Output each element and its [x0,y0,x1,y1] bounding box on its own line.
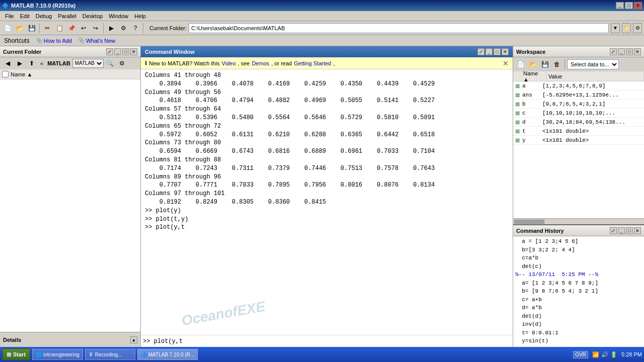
history-entry[interactable]: b=[3 3;2 2; 4 4] [515,246,642,254]
ws-row-checkbox[interactable]: ▦ [513,137,521,143]
workspace-row[interactable]: ▦ t <1x101 double> [513,127,644,136]
menu-desktop[interactable]: Desktop [79,12,106,20]
history-content[interactable]: a = [1 2 3;4 5 6] b=[3 3;2 2; 4 4] c=a*b… [513,236,644,347]
ws-delete-button[interactable]: 🗑 [551,59,562,70]
ws-save-button[interactable]: 💾 [539,59,550,70]
cmd-minimize-button[interactable]: _ [486,48,493,55]
copy-button[interactable]: 📋 [54,23,65,34]
history-undock-button[interactable]: ⤢ [610,227,617,234]
browser-icon: 🌐 [36,352,42,357]
ws-minimize-button[interactable]: _ [618,48,625,55]
history-entry[interactable]: det(d) [515,312,642,321]
help-button[interactable]: ? [130,23,141,34]
maximize-button[interactable]: □ [625,2,633,9]
ws-scrollbar-thumb[interactable] [514,220,544,224]
command-input[interactable] [154,338,511,345]
folder-settings-button[interactable]: ⚙ [633,23,642,33]
ws-undock-button[interactable]: ⤢ [610,48,617,55]
redo-button[interactable]: ↪ [90,23,101,34]
folder-options-button[interactable]: ⚙ [117,58,128,69]
history-entry[interactable]: a= [1 2 3;4 5 6 7 8 9;] [515,279,642,288]
ws-open-button[interactable]: 📂 [527,59,538,70]
ws-maximize-button[interactable]: □ [626,48,633,55]
workspace-scrollbar-h[interactable] [513,218,644,224]
taskbar-item-introengineering[interactable]: 🌐 introengineering [32,349,83,360]
cmd-maximize-button[interactable]: □ [494,48,501,55]
ws-row-checkbox[interactable]: ▦ [513,101,521,107]
file-list[interactable] [0,79,140,332]
ws-row-checkbox[interactable]: ▦ [513,83,521,88]
history-entry[interactable]: d= a*b [515,304,642,312]
how-to-add-link[interactable]: 📎 How to Add [36,37,72,44]
info-getting-started-link[interactable]: Getting Started [294,60,331,66]
menu-debug[interactable]: Debug [33,12,55,20]
ws-new-button[interactable]: 📄 [515,59,526,70]
history-entry[interactable]: b= [9 8 7;6 5 4; 3 2 1] [515,287,642,296]
menu-file[interactable]: File [2,12,17,20]
workspace-row[interactable]: ▦ c [10,10,10;10,10,10;... [513,109,644,118]
command-window-content[interactable]: Columns 41 through 48 0.3894 0.3966 0.40… [141,69,513,335]
folder-forward-button[interactable]: ▶ [14,58,25,69]
save-button[interactable]: 💾 [26,23,37,34]
folder-path-select[interactable]: MATLAB [72,59,104,68]
cmd-previous-command: >> plot(t,y) [145,215,509,224]
history-entry[interactable]: inv(d) [515,320,642,329]
folder-path-input[interactable] [189,23,609,33]
workspace-row[interactable]: ▦ y <1x101 double> [513,136,644,145]
info-video-link[interactable]: Video [222,60,236,66]
workspace-row[interactable]: ▦ ans [-5.6295e+13,1.1259e... [513,90,644,100]
taskbar-item-recording[interactable]: 🎙 Recording... [85,349,135,360]
workspace-row[interactable]: ▦ b [9,8,7;6,5,4;3,2,1] [513,100,644,109]
start-button[interactable]: ⊞ Start [2,348,30,360]
history-entry[interactable]: c= a+b [515,296,642,304]
taskbar-item-matlab[interactable]: 🔷 MATLAB 7.10.0 (R... [137,349,198,360]
select-all-checkbox[interactable] [2,71,9,77]
cmd-close-button[interactable]: ✕ [502,48,509,55]
ws-row-checkbox[interactable]: ▦ [513,92,521,98]
panel-close-button[interactable]: ✕ [130,48,137,55]
workspace-row[interactable]: ▦ d [30,24,18;84,69,54;138... [513,118,644,127]
folder-nav-button[interactable]: 📁 [622,23,631,33]
ws-row-checkbox[interactable]: ▦ [513,110,521,116]
history-entry[interactable]: t= 0:0.01:1 [515,329,642,337]
history-entry[interactable]: c=a*b [515,254,642,262]
ws-close-button[interactable]: ✕ [634,48,641,55]
info-demos-link[interactable]: Demos [252,60,269,66]
open-button[interactable]: 📂 [14,23,25,34]
cut-button[interactable]: ✂ [42,23,53,34]
panel-minimize-button[interactable]: _ [114,48,121,55]
history-entry[interactable]: y=sin(t) [515,337,642,345]
menu-window[interactable]: Window [106,12,131,20]
menu-edit[interactable]: Edit [17,12,33,20]
folder-browse-button[interactable]: ▼ [611,23,620,33]
minimize-button[interactable]: _ [616,2,624,9]
history-entry[interactable]: det(c) [515,262,642,271]
info-close-button[interactable]: ✕ [503,59,509,67]
whats-new-link[interactable]: 📎 What's New [78,37,115,44]
paste-button[interactable]: 📌 [66,23,77,34]
panel-undock-button[interactable]: ⤢ [106,48,113,55]
ws-row-checkbox[interactable]: ▦ [513,119,521,125]
debug-button[interactable]: ▶ [106,23,117,34]
panel-maximize-button[interactable]: □ [122,48,129,55]
workspace-panel: Workspace ⤢ _ □ ✕ 📄 📂 💾 🗑 Select data to… [513,46,644,224]
history-minimize-button[interactable]: _ [618,227,625,234]
ws-row-checkbox[interactable]: ▦ [513,128,521,134]
folder-up-button[interactable]: ⬆ [26,58,37,69]
simulink-button[interactable]: ⚙ [118,23,129,34]
menu-help[interactable]: Help [131,12,149,20]
folder-back-button[interactable]: ◀ [2,58,13,69]
info-text-after: , or read [271,60,292,66]
history-entry[interactable]: a = [1 2 3;4 5 6] [515,237,642,246]
workspace-row[interactable]: ▦ a [1,2,3;4,5,6;7,8,9] [513,81,644,90]
undo-button[interactable]: ↩ [78,23,89,34]
history-maximize-button[interactable]: □ [626,227,633,234]
details-expand-button[interactable]: ▲ [130,336,137,343]
cmd-undock-button[interactable]: ⤢ [477,48,485,55]
history-close-button[interactable]: ✕ [634,227,641,234]
close-button[interactable]: ✕ [634,2,642,9]
new-file-button[interactable]: 📄 [2,23,13,34]
menu-parallel[interactable]: Parallel [55,12,79,20]
ws-select-data[interactable]: Select data to... [567,59,619,69]
folder-search-button[interactable]: 🔍 [105,58,116,69]
